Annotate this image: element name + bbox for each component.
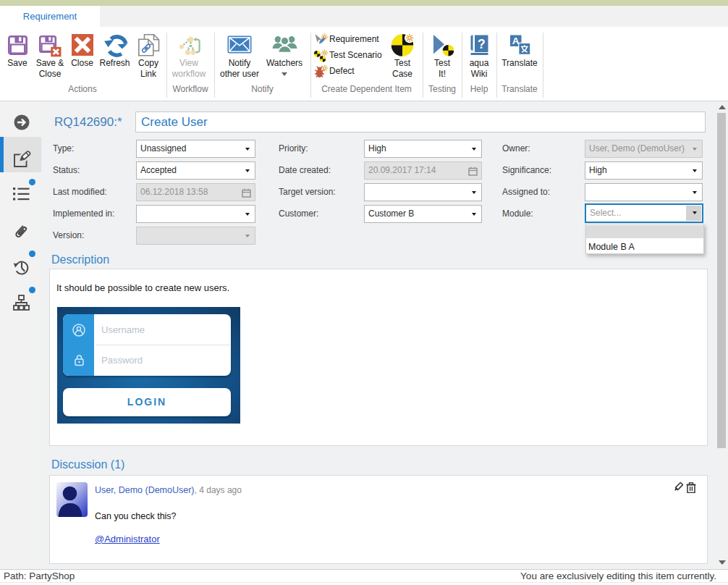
svg-text:?: ? <box>478 37 486 51</box>
